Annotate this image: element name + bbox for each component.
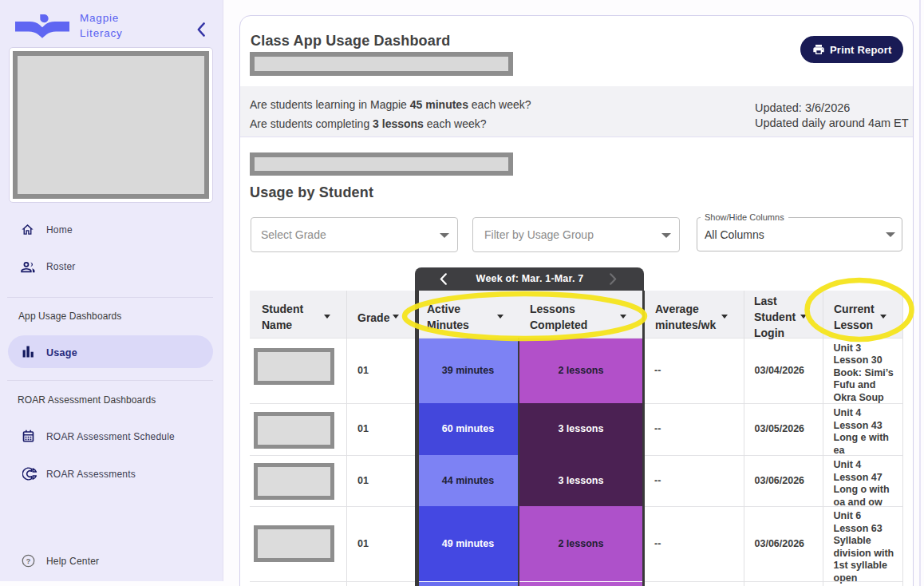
svg-text:?: ? <box>26 557 31 565</box>
